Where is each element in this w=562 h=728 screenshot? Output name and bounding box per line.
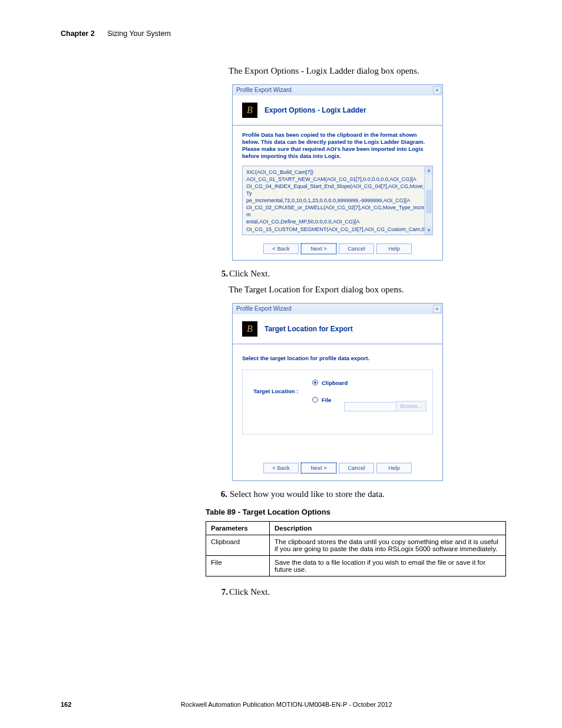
help-button[interactable]: Help	[376, 243, 412, 254]
dialog1-heading: Export Options - Logix Ladder	[265, 106, 366, 114]
back-button[interactable]: < Back	[263, 463, 299, 473]
code-content: XIC(AOI_CG_Build_Cam[7]) AOI_CG_01_START…	[243, 166, 432, 235]
intro-text-1: The Export Options - Logix Ladder dialog…	[229, 66, 562, 76]
section-title: Sizing Your System	[107, 29, 171, 38]
help-button[interactable]: Help	[376, 463, 412, 473]
table-header-row: Parameters Description	[206, 521, 506, 535]
step-5-text: Click Next.	[229, 269, 562, 279]
close-icon[interactable]: ×	[433, 86, 441, 94]
cell-desc-1: Save the data to a file location if you …	[270, 555, 506, 576]
dialog1-head: B Export Options - Logix Ladder	[233, 95, 442, 126]
chapter-label: Chapter 2	[61, 29, 95, 38]
cell-param-0: Clipboard	[206, 535, 270, 555]
th-parameters: Parameters	[206, 521, 270, 535]
table-row: File Save the data to a file location if…	[206, 555, 506, 576]
step-7-num: 7.	[216, 587, 228, 597]
scroll-down-icon[interactable]: ▾	[425, 226, 433, 235]
dialog1-title: Profile Export Wizard	[236, 87, 292, 93]
radio-file-label: File	[322, 397, 331, 403]
export-options-dialog: Profile Export Wizard × B Export Options…	[232, 84, 443, 261]
step-5-num: 5.	[216, 269, 228, 279]
th-description: Description	[270, 521, 506, 535]
dialog2-buttons: < Back Next > Cancel Help	[233, 463, 442, 473]
next-button[interactable]: Next >	[301, 243, 336, 254]
radio-dot-icon	[312, 380, 318, 386]
radio-clipboard-label: Clipboard	[322, 380, 348, 386]
radio-empty-icon	[312, 397, 318, 403]
page-number: 162	[61, 701, 71, 708]
dialog1-instructions: Profile Data has been copied to the clip…	[233, 126, 442, 161]
next-button[interactable]: Next >	[301, 463, 336, 473]
step-6: 6. Select how you would like to store th…	[217, 489, 562, 499]
scrollbar[interactable]: ▴ ▾	[424, 166, 432, 235]
dialog2-instructions: Select the target location for profile d…	[233, 344, 442, 370]
dialog1-buttons: < Back Next > Cancel Help	[233, 235, 442, 260]
close-icon[interactable]: ×	[433, 305, 441, 313]
wizard-icon: B	[242, 103, 257, 118]
step-6-num: 6.	[217, 489, 227, 499]
footer: 162 Rockwell Automation Publication MOTI…	[61, 701, 501, 708]
publication-info: Rockwell Automation Publication MOTION-U…	[61, 701, 501, 708]
table-row: Clipboard The clipboard stores the data …	[206, 535, 506, 555]
dialog2-title: Profile Export Wizard	[236, 305, 292, 312]
dialog2-heading: Target Location for Export	[265, 325, 353, 333]
cancel-button[interactable]: Cancel	[339, 463, 374, 473]
clipboard-preview: XIC(AOI_CG_Build_Cam[7]) AOI_CG_01_START…	[242, 166, 433, 235]
browse-button[interactable]: Browse...	[396, 401, 427, 411]
target-location-table: Parameters Description Clipboard The cli…	[206, 521, 506, 577]
page-header: Chapter 2 Sizing Your System	[0, 0, 562, 38]
wizard-icon: B	[242, 321, 257, 337]
para-2: The Target Location for Export dialog bo…	[229, 285, 562, 295]
dialog2-head: B Target Location for Export	[233, 314, 442, 344]
step-7-text: Click Next.	[229, 587, 562, 597]
target-location-label: Target Location :	[253, 388, 312, 394]
cancel-button[interactable]: Cancel	[339, 243, 374, 254]
scroll-up-icon[interactable]: ▴	[425, 166, 433, 174]
radio-file[interactable]: File	[312, 397, 348, 403]
cell-param-1: File	[206, 555, 270, 576]
step-7: 7. Click Next.	[216, 587, 562, 597]
cell-desc-0: The clipboard stores the data until you …	[270, 535, 506, 555]
step-5: 5. Click Next.	[216, 269, 562, 279]
target-location-dialog: Profile Export Wizard × B Target Locatio…	[232, 303, 443, 481]
scroll-thumb[interactable]	[426, 190, 432, 213]
back-button[interactable]: < Back	[263, 243, 299, 254]
dialog1-titlebar: Profile Export Wizard ×	[233, 85, 442, 95]
target-panel: Target Location : Clipboard File Browse.…	[242, 370, 433, 434]
dialog2-titlebar: Profile Export Wizard ×	[233, 304, 442, 314]
radio-clipboard[interactable]: Clipboard	[312, 380, 348, 386]
table-title: Table 89 - Target Location Options	[206, 508, 562, 516]
step-6-text: Select how you would like to store the d…	[230, 489, 562, 499]
